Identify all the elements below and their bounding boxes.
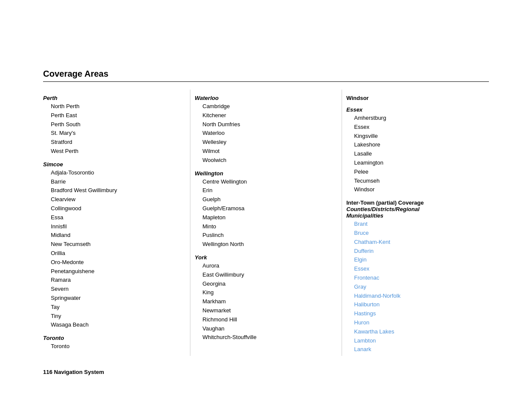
list-item-link[interactable]: Dufferin (354, 247, 480, 256)
waterloo-list: Cambridge Kitchener North Dumfries Water… (195, 102, 329, 165)
inter-town-sub-header: Counties/Districts/RegionalMunicipalitie… (346, 206, 480, 219)
list-item: Penetanguishene (51, 267, 177, 276)
list-item: Severn (51, 285, 177, 294)
list-item: Minto (202, 222, 329, 231)
list-item-link[interactable]: Chatham-Kent (354, 238, 480, 247)
region-windsor: Windsor (346, 95, 480, 101)
list-item-link[interactable]: Brant (354, 220, 480, 229)
column-3: Windsor Essex Amherstburg Essex Kingsvil… (346, 90, 489, 356)
list-item: New Tecumseth (51, 240, 177, 249)
list-item: Amherstburg (354, 114, 480, 123)
region-york: York (195, 254, 329, 261)
list-item: Toronto (51, 342, 177, 351)
list-item: East Gwillimbury (202, 271, 329, 280)
list-item: Perth East (51, 111, 177, 120)
list-item: Adjala-Tosorontio (51, 168, 177, 177)
list-item: Barrie (51, 177, 177, 187)
column-1: Perth North Perth Perth East Perth South… (43, 90, 186, 353)
list-item: Bradford West Gwillimbury (51, 186, 177, 195)
list-item-link[interactable]: Bruce (354, 229, 480, 238)
list-item-link[interactable]: Hastings (354, 309, 480, 318)
list-item-link[interactable]: Elgin (354, 255, 480, 265)
toronto-list: Toronto (43, 342, 177, 351)
list-item: Innisfil (51, 222, 177, 231)
list-item: Perth South (51, 120, 177, 129)
list-item: Wasaga Beach (51, 321, 177, 330)
list-item: Ramara (51, 276, 177, 285)
columns-container: Perth North Perth Perth East Perth South… (43, 90, 489, 356)
list-item: Essex (354, 123, 480, 132)
list-item: St. Mary's (51, 129, 177, 138)
region-wellington: Wellington (195, 170, 329, 177)
region-essex: Essex (346, 106, 480, 113)
list-item: Stratford (51, 138, 177, 147)
list-item: Vaughan (202, 324, 329, 333)
list-item: Wilmot (202, 147, 329, 156)
column-2: Waterloo Cambridge Kitchener North Dumfr… (195, 90, 337, 344)
list-item: Richmond Hill (202, 315, 329, 324)
list-item: Kitchener (202, 111, 329, 120)
essex-list: Amherstburg Essex Kingsville Lakeshore L… (346, 114, 480, 194)
list-item: Orillia (51, 249, 177, 258)
list-item: North Dumfries (202, 120, 329, 129)
list-item: Georgina (202, 280, 329, 289)
list-item: Markham (202, 297, 329, 306)
column-divider-2 (342, 90, 342, 356)
list-item: Lasalle (354, 149, 480, 159)
page-container: Coverage Areas Perth North Perth Perth E… (0, 0, 532, 411)
list-item: Wellington North (202, 240, 329, 249)
inter-town-header: Inter-Town (partial) Coverage (346, 199, 480, 206)
perth-list: North Perth Perth East Perth South St. M… (43, 102, 177, 156)
list-item: Aurora (202, 262, 329, 271)
list-item-link[interactable]: Frontenac (354, 274, 480, 283)
list-item: King (202, 288, 329, 297)
list-item: Oro-Medonte (51, 258, 177, 267)
list-item: Tiny (51, 312, 177, 321)
list-item-link[interactable]: Lambton (354, 336, 480, 346)
list-item: Collingwood (51, 204, 177, 213)
list-item: Lakeshore (354, 140, 480, 149)
list-item-link[interactable]: Huron (354, 318, 480, 327)
list-item: Centre Wellington (202, 177, 329, 187)
title-divider (43, 81, 489, 82)
list-item-link[interactable]: Haldimand-Norfolk (354, 292, 480, 301)
list-item: Puslinch (202, 231, 329, 240)
region-perth: Perth (43, 95, 177, 101)
footer-text: 116 Navigation System (43, 369, 489, 375)
list-item: West Perth (51, 147, 177, 156)
list-item: Waterloo (202, 129, 329, 138)
list-item: North Perth (51, 102, 177, 111)
list-item: Leamington (354, 159, 480, 168)
list-item-link[interactable]: Gray (354, 283, 480, 292)
list-item: Mapleton (202, 213, 329, 222)
column-divider-1 (190, 90, 190, 356)
list-item: Woolwich (202, 156, 329, 165)
list-item: Newmarket (202, 306, 329, 315)
region-waterloo: Waterloo (195, 95, 329, 101)
list-item-link[interactable]: Kawartha Lakes (354, 327, 480, 336)
list-item: Essa (51, 213, 177, 222)
list-item: Wellesley (202, 138, 329, 147)
simcoe-list: Adjala-Tosorontio Barrie Bradford West G… (43, 168, 177, 330)
page-title: Coverage Areas (43, 69, 489, 79)
list-item: Erin (202, 186, 329, 195)
region-toronto: Toronto (43, 335, 177, 341)
list-item: Guelph (202, 195, 329, 204)
list-item-link[interactable]: Lanark (354, 345, 480, 354)
wellington-list: Centre Wellington Erin Guelph Guelph/Era… (195, 177, 329, 249)
list-item: Tecumseh (354, 177, 480, 186)
list-item-link[interactable]: Haliburton (354, 300, 480, 309)
list-item: Cambridge (202, 102, 329, 111)
list-item: Pelee (354, 168, 480, 177)
region-simcoe: Simcoe (43, 161, 177, 168)
list-item: Midland (51, 231, 177, 240)
list-item-link[interactable]: Essex (354, 265, 480, 274)
list-item: Kingsville (354, 132, 480, 141)
list-item: Windsor (354, 185, 480, 194)
inter-town-list: Brant Bruce Chatham-Kent Dufferin Elgin … (346, 220, 480, 354)
list-item: Whitchurch-Stouffville (202, 333, 329, 342)
list-item: Clearview (51, 195, 177, 204)
york-list: Aurora East Gwillimbury Georgina King Ma… (195, 262, 329, 342)
list-item: Springwater (51, 294, 177, 303)
list-item: Guelph/Eramosa (202, 204, 329, 213)
